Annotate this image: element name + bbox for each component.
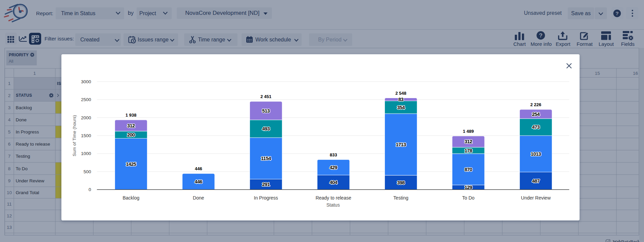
svg-text:0: 0 — [88, 187, 91, 192]
svg-text:Testing: Testing — [393, 195, 408, 201]
svg-text:1500: 1500 — [81, 133, 91, 138]
svg-text:404: 404 — [330, 180, 337, 185]
svg-text:In Progress: In Progress — [254, 195, 278, 201]
svg-text:1013: 1013 — [531, 151, 541, 157]
svg-text:200: 200 — [127, 132, 135, 138]
svg-text:Done: Done — [193, 195, 204, 201]
svg-text:870: 870 — [465, 167, 472, 172]
svg-text:1154: 1154 — [261, 156, 271, 161]
svg-text:1 938: 1 938 — [125, 113, 137, 118]
svg-text:3000: 3000 — [81, 79, 91, 84]
svg-text:1425: 1425 — [126, 161, 136, 167]
svg-text:398: 398 — [397, 180, 405, 185]
svg-text:To Do: To Do — [462, 195, 475, 201]
svg-text:513: 513 — [262, 108, 270, 114]
svg-text:2000: 2000 — [81, 115, 91, 120]
svg-text:429: 429 — [330, 165, 337, 170]
svg-text:254: 254 — [532, 112, 540, 117]
svg-text:2 548: 2 548 — [395, 91, 407, 96]
svg-text:Sum of Time (hours): Sum of Time (hours) — [72, 115, 77, 156]
svg-text:2500: 2500 — [81, 97, 91, 102]
svg-text:493: 493 — [262, 126, 270, 131]
svg-text:2 226: 2 226 — [530, 102, 541, 107]
svg-text:312: 312 — [465, 139, 472, 144]
svg-text:1713: 1713 — [396, 142, 406, 147]
svg-text:487: 487 — [532, 178, 540, 184]
svg-text:Status: Status — [326, 202, 340, 208]
svg-text:Backlog: Backlog — [122, 195, 139, 201]
svg-text:833: 833 — [330, 152, 337, 157]
svg-text:446: 446 — [195, 166, 202, 171]
svg-text:291: 291 — [262, 182, 270, 187]
svg-text:312: 312 — [127, 123, 135, 128]
svg-text:446: 446 — [195, 179, 202, 184]
svg-text:354: 354 — [397, 105, 405, 110]
svg-text:1 489: 1 489 — [463, 129, 474, 134]
svg-text:178: 178 — [465, 148, 472, 153]
svg-text:500: 500 — [83, 169, 91, 174]
svg-text:Ready to release: Ready to release — [315, 195, 351, 201]
svg-text:2 451: 2 451 — [260, 94, 272, 99]
svg-text:83: 83 — [398, 97, 403, 102]
svg-text:473: 473 — [532, 124, 540, 130]
svg-text:Under Review: Under Review — [521, 195, 551, 201]
svg-text:129: 129 — [465, 185, 472, 190]
svg-text:1000: 1000 — [81, 151, 91, 156]
